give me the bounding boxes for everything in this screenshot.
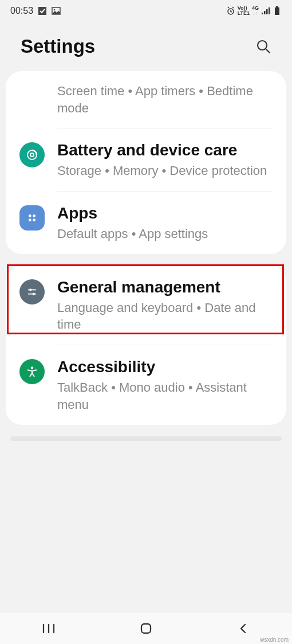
device-care-icon bbox=[19, 142, 45, 167]
alarm-icon bbox=[226, 6, 235, 15]
page-header: Settings bbox=[0, 22, 292, 71]
svg-rect-26 bbox=[141, 624, 151, 633]
svg-point-2 bbox=[54, 9, 56, 11]
scrollbar-indicator bbox=[10, 436, 282, 441]
svg-point-17 bbox=[33, 218, 35, 221]
item-subtitle: Storage • Memory • Device protection bbox=[57, 162, 273, 179]
item-subtitle: Screen time • App timers • Bedtime mode bbox=[57, 83, 273, 116]
recents-icon bbox=[40, 623, 57, 634]
nav-back[interactable] bbox=[226, 620, 261, 637]
item-subtitle: TalkBack • Mono audio • Assistant menu bbox=[57, 379, 273, 413]
item-title: Accessibility bbox=[57, 357, 273, 377]
svg-point-19 bbox=[29, 288, 31, 291]
item-title: Apps bbox=[57, 203, 273, 223]
navigation-bar bbox=[0, 613, 292, 644]
svg-rect-8 bbox=[275, 7, 279, 15]
page-title: Settings bbox=[21, 36, 95, 57]
item-subtitle: Language and keyboard • Date and time bbox=[57, 299, 273, 333]
settings-item-digitalwellbeing-partial[interactable]: Screen time • App timers • Bedtime mode bbox=[6, 71, 286, 128]
settings-item-general-management[interactable]: General management Language and keyboard… bbox=[6, 266, 286, 345]
svg-point-14 bbox=[29, 214, 31, 217]
home-icon bbox=[139, 622, 153, 635]
svg-line-11 bbox=[266, 49, 270, 53]
settings-item-accessibility[interactable]: Accessibility TalkBack • Mono audio • As… bbox=[6, 345, 286, 424]
watermark: wsxdn.com bbox=[260, 637, 289, 643]
item-title: Battery and device care bbox=[57, 140, 273, 160]
settings-group-1: Screen time • App timers • Bedtime mode … bbox=[6, 71, 286, 254]
svg-point-15 bbox=[33, 214, 35, 217]
svg-rect-5 bbox=[264, 11, 266, 14]
accessibility-icon bbox=[19, 359, 45, 384]
nav-home[interactable] bbox=[129, 620, 163, 637]
svg-point-22 bbox=[31, 366, 34, 369]
settings-group-2: General management Language and keyboard… bbox=[6, 266, 286, 425]
svg-point-21 bbox=[33, 292, 35, 295]
search-icon bbox=[255, 38, 271, 54]
battery-icon bbox=[273, 6, 282, 15]
svg-point-16 bbox=[29, 218, 31, 221]
nav-recents[interactable] bbox=[31, 620, 66, 637]
item-title: General management bbox=[57, 277, 273, 297]
svg-rect-9 bbox=[276, 6, 278, 7]
settings-item-battery-device-care[interactable]: Battery and device care Storage • Memory… bbox=[6, 128, 286, 191]
network-speed: 4G ↓↑ bbox=[252, 6, 259, 16]
item-subtitle: Default apps • App settings bbox=[57, 225, 273, 243]
back-icon bbox=[236, 622, 250, 635]
svg-rect-7 bbox=[269, 7, 270, 14]
status-time: 00:53 bbox=[10, 6, 33, 16]
search-button[interactable] bbox=[255, 38, 271, 54]
svg-rect-4 bbox=[262, 13, 263, 14]
apps-icon bbox=[19, 205, 45, 231]
svg-rect-0 bbox=[38, 7, 46, 15]
status-bar: 00:53 Vo)) LTE1 4G ↓↑ bbox=[0, 0, 292, 22]
signal-icon bbox=[261, 6, 270, 15]
general-management-icon bbox=[19, 279, 45, 305]
svg-rect-6 bbox=[266, 9, 268, 14]
volte-indicator: Vo)) LTE1 bbox=[238, 6, 250, 16]
image-icon bbox=[52, 6, 61, 15]
svg-point-13 bbox=[30, 153, 34, 157]
settings-item-apps[interactable]: Apps Default apps • App settings bbox=[6, 192, 286, 254]
checkbox-icon bbox=[38, 6, 47, 15]
